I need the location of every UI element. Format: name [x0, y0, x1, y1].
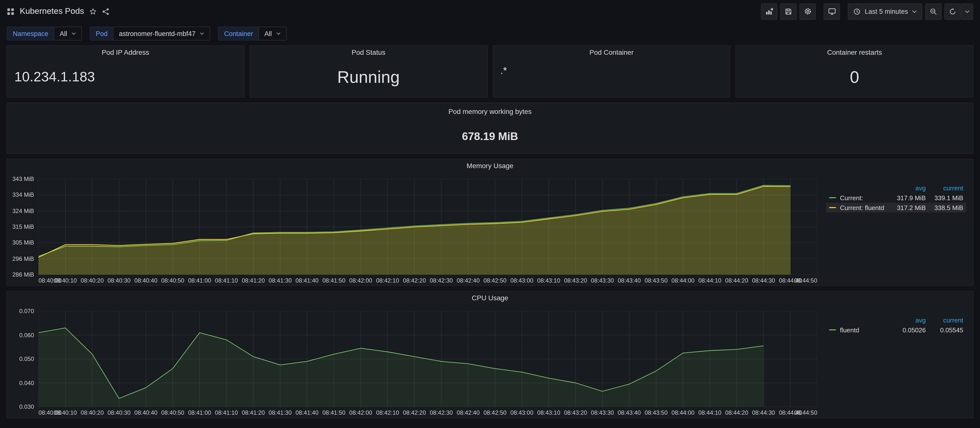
- chevron-down-icon: [72, 32, 76, 35]
- legend-current-value: 339.1 MiB: [926, 194, 963, 201]
- panel-title[interactable]: Pod Container: [493, 46, 730, 59]
- save-dashboard-button[interactable]: [780, 3, 797, 19]
- chevron-down-icon: [912, 10, 917, 13]
- time-range-picker[interactable]: Last 5 minutes: [848, 3, 922, 19]
- navbar: Kubernetes Pods: [0, 0, 980, 23]
- template-variables-row: Namespace All Pod astronomer-fluentd-mbf…: [0, 23, 980, 45]
- star-icon: [89, 8, 97, 15]
- series-color-marker: [829, 197, 836, 198]
- legend-header-avg[interactable]: avg: [888, 316, 926, 324]
- panel-title[interactable]: CPU Usage: [7, 291, 973, 304]
- legend-row: Current: fluentd 317.2 MiB 338.5 MiB: [826, 203, 966, 213]
- x-axis: 08:40:0008:40:1008:40:2008:40:3008:40:40…: [38, 407, 817, 417]
- legend-header-current[interactable]: current: [926, 316, 963, 324]
- chevron-down-icon: [200, 32, 204, 35]
- grafana-dashboard: Kubernetes Pods: [0, 0, 980, 428]
- dashboard-settings-button[interactable]: [800, 3, 816, 19]
- panel-title[interactable]: Pod IP Address: [7, 46, 244, 59]
- panel-title[interactable]: Memory Usage: [7, 159, 973, 172]
- panel-pod-ip: Pod IP Address 10.234.1.183: [6, 45, 245, 98]
- variable-pod-value: astronomer-fluentd-mbf47: [119, 30, 196, 37]
- legend-current-value: 338.5 MiB: [926, 204, 963, 211]
- variable-namespace-value: All: [60, 30, 67, 37]
- share-button[interactable]: [102, 8, 110, 15]
- chevron-down-icon: [276, 32, 281, 35]
- panel-pod-status: Pod Status Running: [250, 45, 488, 98]
- zoom-out-icon: [930, 8, 937, 15]
- panel-cpu-usage: CPU Usage 0.0700.0600.0500.0400.030 08:4…: [6, 291, 974, 418]
- variable-namespace-label: Namespace: [7, 27, 54, 40]
- stat-value-memory-bytes: 678.19 MiB: [462, 130, 518, 143]
- stat-value-pod-container: .*: [500, 65, 507, 75]
- series-color-marker: [829, 329, 836, 330]
- favorite-button[interactable]: [89, 8, 97, 15]
- stats-row: Pod IP Address 10.234.1.183 Pod Status R…: [6, 45, 974, 98]
- legend-series-name: Current: fluentd: [840, 204, 884, 211]
- panel-memory-working-bytes: Pod memory working bytes 678.19 MiB: [6, 103, 974, 154]
- panel-container-restarts: Container restarts 0: [736, 45, 974, 98]
- variable-container-label: Container: [218, 27, 258, 40]
- legend-current-value: 0.05545: [926, 326, 963, 334]
- legend-avg-value: 317.2 MiB: [888, 204, 926, 211]
- legend-avg-value: 0.05026: [888, 326, 926, 334]
- legend-header-avg[interactable]: avg: [888, 184, 926, 192]
- dashboard-title: Kubernetes Pods: [20, 6, 84, 16]
- stat-value-container-restarts: 0: [850, 68, 859, 85]
- refresh-button[interactable]: [945, 3, 961, 19]
- apps-menu-button[interactable]: [7, 8, 14, 15]
- variable-container-value: All: [264, 30, 272, 37]
- add-panel-icon: [765, 7, 773, 15]
- legend-row: fluentd 0.05026 0.05545: [826, 325, 966, 335]
- variable-namespace-select[interactable]: All: [54, 27, 82, 40]
- cpu-usage-plot[interactable]: [38, 311, 817, 407]
- legend-avg-value: 317.9 MiB: [888, 194, 926, 201]
- stat-value-pod-ip: 10.234.1.183: [14, 70, 95, 84]
- y-axis: 0.0700.0600.0500.0400.030: [11, 308, 38, 410]
- legend-series-toggle[interactable]: fluentd: [829, 326, 888, 334]
- clock-icon: [853, 8, 861, 15]
- cycle-view-button[interactable]: [824, 3, 840, 19]
- legend-series-name: fluentd: [840, 326, 859, 334]
- refresh-icon: [949, 8, 956, 15]
- memory-usage-plot[interactable]: [38, 179, 817, 275]
- dashboard-grid: Pod IP Address 10.234.1.183 Pod Status R…: [0, 45, 980, 423]
- y-axis: 343 MiB334 MiB324 MiB315 MiB305 MiB296 M…: [11, 176, 38, 278]
- chevron-down-icon: [965, 10, 970, 13]
- memory-legend: avg current Current: 317.9 MiB 339.1 MiB: [817, 179, 969, 285]
- panel-memory-usage: Memory Usage 343 MiB334 MiB324 MiB315 Mi…: [6, 159, 974, 286]
- x-axis: 08:40:0008:40:1008:40:2008:40:3008:40:40…: [38, 275, 817, 285]
- legend-series-toggle[interactable]: Current:: [829, 194, 888, 201]
- gear-icon: [804, 7, 811, 15]
- panel-title[interactable]: Pod Status: [250, 46, 487, 59]
- monitor-icon: [828, 7, 836, 15]
- legend-header-row: avg current: [826, 315, 966, 325]
- legend-header-current[interactable]: current: [926, 184, 963, 192]
- save-icon: [785, 8, 792, 15]
- add-panel-button[interactable]: [761, 3, 777, 19]
- share-icon: [102, 8, 110, 15]
- variable-pod: Pod astronomer-fluentd-mbf47: [90, 27, 210, 40]
- cpu-legend: avg current fluentd 0.05026 0.05545: [817, 311, 969, 417]
- grid-icon: [7, 8, 14, 15]
- variable-namespace: Namespace All: [7, 27, 82, 40]
- time-range-label: Last 5 minutes: [865, 8, 908, 15]
- variable-container-select[interactable]: All: [258, 27, 286, 40]
- panel-title[interactable]: Pod memory working bytes: [7, 103, 973, 120]
- stat-value-pod-status: Running: [337, 68, 400, 85]
- series-color-marker: [829, 207, 836, 208]
- variable-pod-label: Pod: [90, 27, 113, 40]
- legend-series-toggle[interactable]: Current: fluentd: [829, 204, 888, 211]
- refresh-interval-dropdown[interactable]: [961, 3, 973, 19]
- variable-container: Container All: [218, 27, 286, 40]
- panel-title[interactable]: Container restarts: [736, 46, 973, 59]
- variable-pod-select[interactable]: astronomer-fluentd-mbf47: [113, 27, 210, 40]
- legend-row: Current: 317.9 MiB 339.1 MiB: [826, 193, 966, 203]
- legend-header-row: avg current: [826, 183, 966, 193]
- panel-pod-container: Pod Container .*: [492, 45, 731, 98]
- zoom-out-time-button[interactable]: [925, 3, 942, 19]
- legend-series-name: Current:: [840, 194, 863, 201]
